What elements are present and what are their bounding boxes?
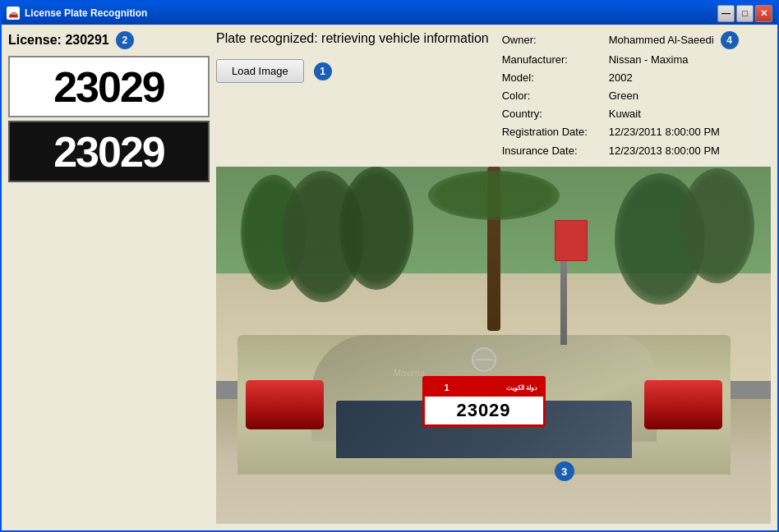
plate-display-black: 23029	[8, 121, 210, 182]
taillight-right	[644, 380, 722, 429]
ins-date-value: 12/23/2013 8:00:00 PM	[609, 142, 720, 160]
load-image-button[interactable]: Load Image	[216, 59, 304, 83]
manufacturer-label: Manufacturer:	[502, 51, 609, 69]
plate-arabic-text: دولة الكويت	[506, 384, 537, 392]
controls-area: Plate recognized: retrieving vehicle inf…	[216, 31, 489, 83]
plate-display-white: 23029	[8, 56, 210, 117]
title-bar: 🚗 License Plate Recognition — □ ✕	[2, 2, 777, 25]
close-button[interactable]: ✕	[755, 5, 772, 22]
model-name: Maxima	[394, 368, 426, 378]
car-body: Maxima 1 دولة الكويت 23029	[237, 245, 731, 475]
color-row: Color: Green	[502, 87, 739, 105]
car-main-body: Maxima 1 دولة الكويت 23029	[237, 335, 731, 475]
owner-row: Owner: Mohammed Al-Saeedi	[502, 31, 714, 49]
car-photo: Maxima 1 دولة الكويت 23029	[216, 167, 771, 524]
plate-number-black: 23029	[53, 127, 164, 177]
car-license-plate: 1 دولة الكويت 23029	[422, 376, 546, 427]
manufacturer-row: Manufacturer: Nissan - Maxima	[502, 51, 739, 69]
info-header: Owner: Mohammed Al-Saeedi 4	[502, 31, 739, 49]
sign	[555, 220, 588, 261]
reg-date-value: 12/23/2011 8:00:00 PM	[609, 123, 720, 141]
badge-4: 4	[721, 31, 739, 49]
app-icon: 🚗	[7, 7, 20, 20]
model-label: Model:	[502, 69, 609, 87]
reg-date-row: Registration Date: 12/23/2011 8:00:00 PM	[502, 123, 739, 141]
reg-date-label: Registration Date:	[502, 123, 609, 141]
manufacturer-value: Nissan - Maxima	[609, 51, 689, 69]
taillight-left	[246, 380, 324, 429]
country-row: Country: Kuwait	[502, 105, 739, 123]
status-text: Plate recognized: retrieving vehicle inf…	[216, 31, 489, 46]
owner-label: Owner:	[502, 31, 609, 49]
vehicle-info-panel: Owner: Mohammed Al-Saeedi 4 Manufacturer…	[502, 31, 739, 160]
color-label: Color:	[502, 87, 609, 105]
main-panel: Plate recognized: retrieving vehicle inf…	[216, 31, 771, 524]
maximize-button[interactable]: □	[736, 5, 754, 22]
ins-date-row: Insurance Date: 12/23/2013 8:00:00 PM	[502, 142, 739, 160]
window-title: License Plate Recognition	[25, 7, 147, 19]
car-image-area: Maxima 1 دولة الكويت 23029	[216, 167, 771, 524]
ins-date-label: Insurance Date:	[502, 142, 609, 160]
country-value: Kuwait	[609, 105, 641, 123]
license-header: License: 230291 2	[8, 31, 210, 49]
license-label: License: 230291	[8, 33, 109, 48]
badge-3: 3	[555, 461, 574, 481]
plate-number-top: 1	[445, 383, 449, 392]
owner-value: Mohammed Al-Saeedi	[609, 31, 714, 49]
plate-bottom: 23029	[456, 397, 510, 424]
title-buttons: — □ ✕	[717, 5, 772, 22]
model-row: Model: 2002	[502, 69, 739, 87]
title-bar-left: 🚗 License Plate Recognition	[7, 7, 147, 20]
minimize-button[interactable]: —	[717, 5, 735, 22]
badge-1: 1	[314, 62, 332, 80]
top-section: Plate recognized: retrieving vehicle inf…	[216, 31, 771, 160]
country-label: Country:	[502, 105, 609, 123]
model-value: 2002	[609, 69, 633, 87]
plate-top-bar: 1 دولة الكويت	[425, 378, 543, 397]
plate-number-white: 23029	[53, 62, 164, 112]
left-panel: License: 230291 2 23029 23029	[8, 31, 210, 524]
color-value: Green	[609, 87, 638, 105]
badge-2: 2	[116, 31, 134, 49]
plate-display-number: 23029	[456, 400, 510, 421]
content-area: License: 230291 2 23029 23029 Plate reco…	[2, 25, 777, 530]
nissan-logo	[472, 347, 496, 372]
load-btn-row: Load Image 1	[216, 59, 489, 83]
main-window: 🚗 License Plate Recognition — □ ✕ Licens…	[0, 0, 779, 532]
